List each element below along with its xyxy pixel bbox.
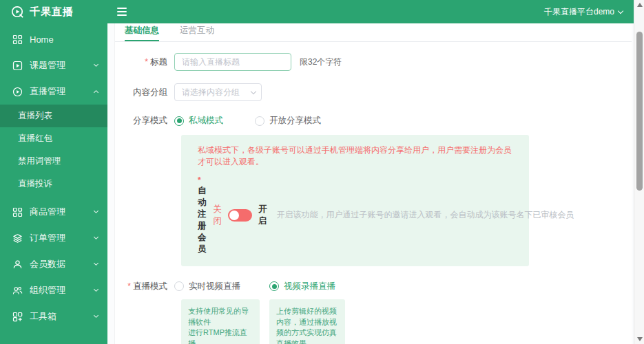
account-name: 千果直播平台demo [544,6,614,18]
auto-register-label: 自动注册会员 [198,175,207,255]
scroll-up-arrow-icon[interactable] [637,3,643,7]
live-mode-label: 直播模式 [122,281,167,292]
logo-icon [11,6,24,19]
select-placeholder: 请选择内容分组 [182,87,251,98]
sidebar-item-label: 直播管理 [30,85,94,98]
live-mode-boxes: 支持使用常见的导播软件 进行RTMP推流直播 OBS W Wirecast 芯象 [181,299,632,344]
recorded-mode-box: 上传剪辑好的视频内容，通过播放视频的方式实现仿真直播效果 MP4 [269,299,345,344]
user-icon [12,259,23,270]
main-content: 基础信息 运营互动 标题 限32个字符 内容分组 [107,23,634,344]
sidebar-item-products[interactable]: 商品管理 [0,199,107,225]
rtmp-mode-box: 支持使用常见的导播软件 进行RTMP推流直播 OBS W Wirecast 芯象 [181,299,260,344]
play-square-icon [12,61,23,71]
sidebar-item-label: Home [30,34,98,45]
recorded-tip-text: 上传剪辑好的视频内容，通过播放视频的方式实现仿真直播效果 [276,306,338,344]
sidebar: Home 课题管理 直播管理 直播列表 直播红包 禁用词管理 直播投诉 [0,23,107,344]
live-form: 标题 限32个字符 内容分组 请选择内容分组 [115,42,632,344]
sidebar-item-label: 订单管理 [30,232,94,244]
row-live-mode: 直播模式 实时视频直播 视频录播直播 [122,281,632,292]
sidebar-item-organization[interactable]: 组织管理 [0,277,107,303]
toggle-off-label: 关闭 [214,204,222,227]
sidebar-subitem-banned-words[interactable]: 禁用词管理 [0,150,107,173]
top-header: 千果直播 千果直播平台demo [0,0,634,23]
toggle-on-label: 开启 [258,204,267,227]
app-window: 千果直播 千果直播平台demo Home 课题管理 直播管理 [0,0,644,344]
private-mode-tip: 私域模式下，各级子账号可以通过手机管理端将内容分享给用户，用户需要注册为会员才可… [198,144,517,168]
chevron-down-icon [94,287,98,292]
sidebar-item-label: 课题管理 [30,59,94,72]
auto-register-hint: 开启该功能，用户通过子账号的邀请进入观看，会自动成为该账号名下已审核会员 [277,209,574,221]
radio-label[interactable]: 实时视频直播 [189,281,240,292]
content-group-select[interactable]: 请选择内容分组 [174,83,262,101]
private-mode-infobox: 私域模式下，各级子账号可以通过手机管理端将内容分享给用户，用户需要注册为会员才可… [181,135,529,266]
tab-operation-interaction[interactable]: 运营互动 [180,25,214,41]
radio-private-mode[interactable] [174,116,184,126]
group-label: 内容分组 [122,87,167,98]
sidebar-subitem-label: 禁用词管理 [18,155,61,167]
row-title: 标题 限32个字符 [122,53,632,71]
sidebar-item-label: 商品管理 [30,206,94,218]
sidebar-item-label: 工具箱 [30,310,94,323]
radio-realtime-live[interactable] [174,281,184,291]
auto-register-toggle[interactable] [228,209,252,222]
sidebar-item-live-management[interactable]: 直播管理 [0,78,107,105]
grid-icon [12,34,23,45]
row-share-mode: 分享模式 私域模式 开放分享模式 [122,115,632,127]
row-content-group: 内容分组 请选择内容分组 [122,83,632,101]
users-icon [12,286,23,296]
share-mode-label: 分享模式 [122,115,167,127]
chevron-down-icon [94,235,98,239]
logo-text: 千果直播 [30,6,74,19]
sidebar-subitem-live-redpacket[interactable]: 直播红包 [0,127,107,150]
rtmp-tip-line2: 进行RTMP推流直播 [188,327,253,344]
vertical-scrollbar[interactable] [634,0,644,344]
radio-label[interactable]: 视频录播直播 [284,281,335,292]
tab-bar: 基础信息 运营互动 [115,23,632,42]
sidebar-item-label: 会员数据 [30,258,94,270]
grid-icon [12,207,23,217]
chevron-down-icon [94,208,98,213]
sidebar-subitem-label: 直播红包 [18,133,52,144]
title-label: 标题 [122,56,167,68]
radio-label[interactable]: 私域模式 [189,115,223,127]
play-circle-icon [12,87,23,97]
radio-label[interactable]: 开放分享模式 [269,115,321,127]
chevron-down-icon [94,261,98,266]
layers-icon [12,233,23,244]
sidebar-item-home[interactable]: Home [0,26,107,52]
chevron-down-icon [94,313,98,318]
sidebar-subitem-label: 直播列表 [18,110,52,122]
title-hint: 限32个字符 [300,56,342,68]
toolbox-icon [12,312,23,322]
app-logo[interactable]: 千果直播 [0,6,107,19]
radio-recorded-live[interactable] [269,281,279,291]
sidebar-item-courses[interactable]: 课题管理 [0,52,107,78]
radio-open-share-mode[interactable] [255,116,264,126]
sidebar-item-label: 组织管理 [30,284,94,297]
sidebar-subitem-label: 直播投诉 [18,178,52,190]
scrollbar-thumb[interactable] [636,32,643,191]
auto-register-row: 自动注册会员 关闭 开启 开启该功能，用户通过子账号的邀请进入观看，会自动成为该… [198,175,517,255]
sidebar-item-toolbox[interactable]: 工具箱 [0,303,107,330]
scroll-down-arrow-icon[interactable] [637,337,643,341]
rtmp-tip-line1: 支持使用常见的导播软件 [188,306,253,328]
form-card: 基础信息 运营互动 标题 限32个字符 内容分组 [114,23,632,344]
chevron-up-icon [94,90,98,95]
sidebar-item-members[interactable]: 会员数据 [0,251,107,277]
title-input[interactable] [174,53,291,71]
account-menu[interactable]: 千果直播平台demo [544,6,634,18]
sidebar-subitem-live-complaints[interactable]: 直播投诉 [0,173,107,195]
hamburger-icon[interactable] [117,8,127,16]
sidebar-item-orders[interactable]: 订单管理 [0,225,107,251]
chevron-down-icon [94,62,98,67]
chevron-down-icon [251,88,256,94]
tab-basic-info[interactable]: 基础信息 [125,25,159,41]
sidebar-subitem-live-list[interactable]: 直播列表 [0,105,107,127]
chevron-down-icon [618,8,623,13]
